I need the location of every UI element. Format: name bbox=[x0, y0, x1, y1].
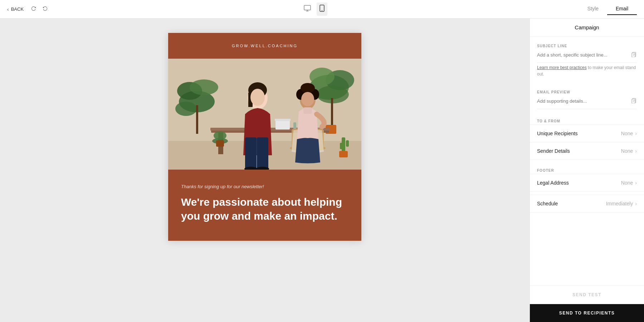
panel-title: Campaign bbox=[575, 24, 599, 30]
back-button[interactable]: ‹ BACK bbox=[7, 6, 24, 12]
email-preview-input-row bbox=[537, 98, 637, 109]
legal-value: None bbox=[621, 180, 633, 186]
sender-chevron: › bbox=[635, 148, 637, 154]
email-brand: GROW.WELL.COACHING bbox=[175, 44, 354, 48]
email-hero-image bbox=[168, 59, 361, 170]
back-label: BACK bbox=[11, 6, 24, 12]
sender-value-group: None › bbox=[621, 148, 637, 154]
sender-value: None bbox=[621, 148, 633, 154]
top-bar: ‹ BACK bbox=[0, 0, 644, 19]
recipients-value-group: None › bbox=[621, 131, 637, 136]
email-preview-section: EMAIL PREVIEW bbox=[530, 83, 644, 109]
svg-rect-50 bbox=[632, 53, 635, 57]
svg-point-40 bbox=[301, 92, 314, 106]
device-switcher bbox=[301, 3, 327, 16]
main-layout: GROW.WELL.COACHING bbox=[0, 0, 644, 322]
schedule-value-group: Immediately › bbox=[606, 201, 637, 206]
legal-value-group: None › bbox=[621, 180, 637, 186]
svg-point-47 bbox=[214, 131, 226, 140]
svg-point-28 bbox=[250, 89, 265, 106]
mobile-icon bbox=[319, 5, 325, 12]
history-buttons bbox=[29, 4, 49, 14]
email-subtitle: Thanks for signing up for our newsletter… bbox=[181, 184, 348, 189]
subject-line-label: SUBJECT LINE bbox=[537, 44, 637, 48]
top-bar-left: ‹ BACK bbox=[7, 4, 49, 14]
schedule-chevron: › bbox=[635, 201, 637, 206]
svg-point-7 bbox=[190, 79, 218, 95]
svg-rect-21 bbox=[275, 119, 291, 121]
email-preview-label: EMAIL PREVIEW bbox=[537, 90, 637, 94]
svg-rect-30 bbox=[257, 137, 268, 170]
svg-point-2 bbox=[322, 10, 322, 11]
schedule-label: Schedule bbox=[537, 201, 558, 206]
send-recipients-button[interactable]: SEND TO RECIPIENTS bbox=[530, 304, 644, 322]
preview-paste-icon[interactable] bbox=[631, 98, 637, 104]
email-body: Thanks for signing up for our newsletter… bbox=[168, 170, 361, 241]
desktop-icon bbox=[304, 5, 311, 11]
recipients-chevron: › bbox=[635, 131, 637, 136]
panel-header: Campaign bbox=[530, 19, 644, 37]
undo-button[interactable] bbox=[29, 4, 38, 14]
mobile-view-button[interactable] bbox=[317, 3, 327, 16]
recipients-label: Unique Recipients bbox=[537, 131, 578, 136]
sender-row[interactable]: Sender Details None › bbox=[530, 142, 644, 160]
panel-footer: SEND TEST SEND TO RECIPIENTS bbox=[530, 286, 644, 322]
email-headline: We're passionate about helping you grow … bbox=[181, 195, 348, 223]
subject-line-input[interactable] bbox=[537, 52, 628, 58]
svg-rect-9 bbox=[196, 105, 198, 134]
tab-email[interactable]: Email bbox=[607, 3, 637, 15]
send-test-button[interactable]: SEND TEST bbox=[530, 286, 644, 304]
panel-scrollable[interactable]: SUBJECT LINE Learn more best practices t… bbox=[530, 37, 644, 286]
svg-rect-22 bbox=[293, 122, 296, 129]
back-arrow-icon: ‹ bbox=[7, 6, 9, 12]
sender-label: Sender Details bbox=[537, 148, 570, 154]
svg-rect-45 bbox=[339, 151, 348, 157]
svg-rect-14 bbox=[331, 98, 333, 127]
svg-point-8 bbox=[175, 102, 197, 116]
subject-help-text: Learn more best practices to make your e… bbox=[537, 64, 637, 83]
svg-rect-41 bbox=[303, 107, 312, 114]
recipients-value: None bbox=[621, 131, 633, 136]
svg-rect-54 bbox=[632, 99, 635, 103]
svg-point-39 bbox=[301, 83, 315, 93]
legal-label: Legal Address bbox=[537, 180, 569, 186]
help-link[interactable]: Learn more best practices bbox=[537, 65, 587, 70]
to-from-label: TO & FROM bbox=[530, 113, 644, 125]
footer-label: FOOTER bbox=[530, 163, 644, 174]
undo-icon bbox=[31, 6, 36, 11]
redo-button[interactable] bbox=[41, 4, 49, 14]
legal-address-row[interactable]: Legal Address None › bbox=[530, 174, 644, 192]
schedule-row[interactable]: Schedule Immediately › bbox=[530, 195, 644, 213]
tab-bar: Style Email bbox=[579, 3, 637, 15]
canvas-area: GROW.WELL.COACHING bbox=[0, 19, 530, 322]
svg-rect-43 bbox=[340, 143, 343, 149]
tab-style[interactable]: Style bbox=[579, 3, 607, 15]
schedule-value: Immediately bbox=[606, 201, 633, 206]
subject-line-input-row bbox=[537, 52, 637, 63]
right-panel: Campaign SUBJECT LINE bbox=[530, 19, 644, 322]
svg-rect-0 bbox=[304, 5, 311, 10]
email-header: GROW.WELL.COACHING bbox=[168, 33, 361, 59]
svg-rect-20 bbox=[275, 119, 290, 130]
redo-icon bbox=[42, 6, 48, 11]
svg-rect-48 bbox=[216, 140, 224, 147]
hero-illustration bbox=[168, 59, 361, 170]
svg-rect-29 bbox=[245, 137, 257, 170]
svg-rect-44 bbox=[346, 140, 349, 147]
paste-icon[interactable] bbox=[631, 52, 637, 58]
svg-point-12 bbox=[309, 68, 335, 86]
email-preview: GROW.WELL.COACHING bbox=[168, 33, 361, 241]
email-preview-input[interactable] bbox=[537, 98, 628, 104]
desktop-view-button[interactable] bbox=[301, 3, 314, 16]
recipients-row[interactable]: Unique Recipients None › bbox=[530, 125, 644, 142]
legal-chevron: › bbox=[635, 180, 637, 186]
subject-line-section: SUBJECT LINE Learn more best practices t… bbox=[530, 37, 644, 83]
